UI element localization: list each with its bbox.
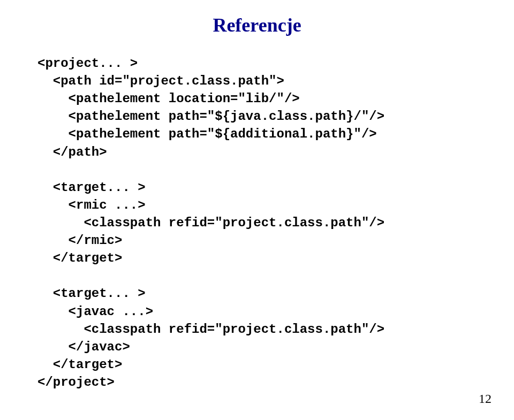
page-number: 12 — [479, 392, 492, 406]
slide-title: Referencje — [37, 14, 477, 36]
slide-page: Referencje <project... > <path id="proje… — [0, 0, 514, 420]
code-block: <project... > <path id="project.class.pa… — [37, 55, 477, 391]
